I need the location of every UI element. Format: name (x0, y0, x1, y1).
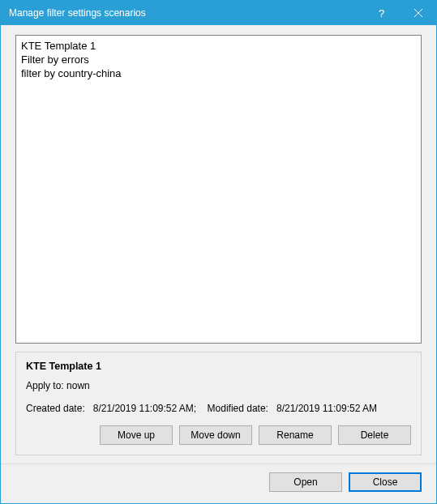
modified-date-value: 8/21/2019 11:09:52 AM (276, 403, 377, 414)
footer: Open Close (1, 463, 436, 503)
list-item[interactable]: Filter by errors (21, 53, 416, 66)
move-down-button[interactable]: Move down (179, 425, 252, 445)
list-item[interactable]: filter by country-china (21, 66, 416, 80)
rename-button[interactable]: Rename (259, 425, 332, 445)
apply-to-value: nown (66, 380, 90, 391)
close-icon (414, 9, 422, 17)
move-up-button[interactable]: Move up (100, 425, 173, 445)
scenarios-listbox[interactable]: KTE Template 1 Filter by errors filter b… (15, 35, 422, 344)
list-item[interactable]: KTE Template 1 (21, 39, 416, 53)
close-window-button[interactable] (400, 1, 436, 25)
titlebar: Manage filter settings scenarios ? (1, 1, 436, 25)
details-panel: KTE Template 1 Apply to: nown Created da… (15, 352, 422, 455)
delete-button[interactable]: Delete (338, 425, 411, 445)
window-title: Manage filter settings scenarios (1, 7, 363, 19)
details-apply-to: Apply to: nown (26, 380, 411, 391)
open-button[interactable]: Open (269, 472, 342, 492)
dialog-window: Manage filter settings scenarios ? KTE T… (0, 0, 437, 504)
content-area: KTE Template 1 Filter by errors filter b… (1, 25, 436, 463)
created-date-label: Created date: (26, 403, 85, 414)
help-icon: ? (379, 7, 384, 19)
details-button-row: Move up Move down Rename Delete (26, 425, 411, 445)
details-title: KTE Template 1 (26, 361, 411, 372)
created-date-value: 8/21/2019 11:09:52 AM; (93, 403, 196, 414)
modified-date-label: Modified date: (208, 403, 268, 414)
close-button[interactable]: Close (349, 472, 422, 492)
details-dates: Created date: 8/21/2019 11:09:52 AM; Mod… (26, 403, 411, 414)
apply-to-label: Apply to: (26, 380, 64, 391)
help-button[interactable]: ? (363, 1, 400, 25)
